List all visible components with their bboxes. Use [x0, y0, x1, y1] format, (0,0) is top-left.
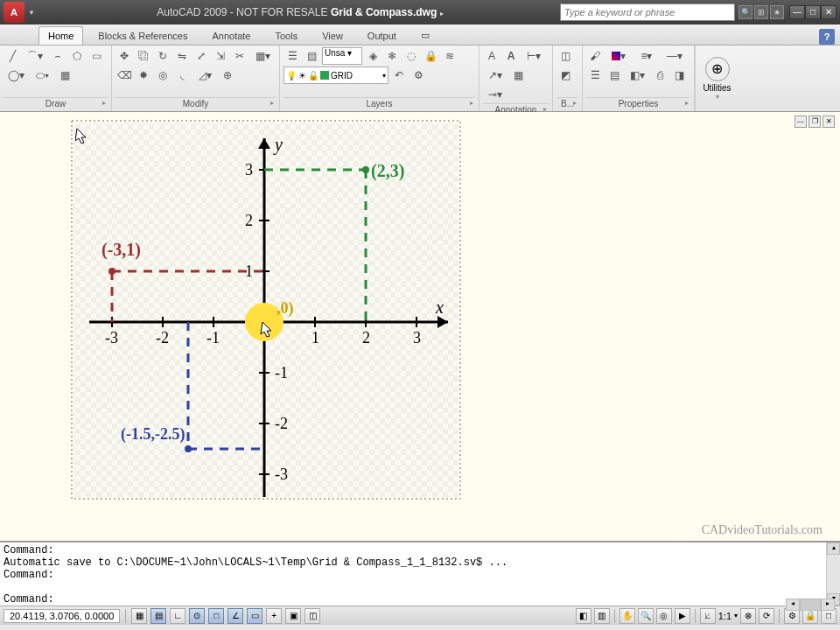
hatch-tool-icon[interactable]: ▦	[56, 66, 74, 84]
rotate-tool-icon[interactable]: ↻	[154, 47, 172, 65]
favorites-icon[interactable]: ★	[770, 5, 784, 19]
dyn-toggle[interactable]: ▭	[247, 608, 262, 624]
scroll-up-icon[interactable]: ▴	[827, 542, 840, 555]
scrollbar-horizontal[interactable]: ◂ ▸	[786, 598, 835, 611]
app-logo[interactable]: A	[4, 2, 24, 23]
scrollbar-vertical[interactable]: ▴ ▾	[826, 542, 840, 606]
qat-dropdown-icon[interactable]: ▼	[28, 9, 35, 17]
fillet-tool-icon[interactable]: ◟	[173, 66, 191, 84]
tab-home[interactable]: Home	[38, 26, 83, 45]
scroll-track[interactable]	[827, 555, 840, 593]
scroll-thumb[interactable]	[800, 598, 821, 611]
table-tool-icon[interactable]: ▦	[509, 66, 527, 84]
chevron-down-icon[interactable]: ▾	[716, 93, 719, 101]
model-toggle[interactable]: ◫	[304, 608, 320, 624]
tab-blocks[interactable]: Blocks & References	[88, 26, 197, 45]
list-icon[interactable]: ☰	[586, 66, 604, 84]
print-icon[interactable]: ⎙	[651, 66, 668, 84]
color-dropdown-icon[interactable]: ▾	[606, 47, 632, 65]
erase-tool-icon[interactable]: ⌫	[116, 66, 133, 84]
layer-iso-icon[interactable]: ◈	[364, 47, 382, 65]
help-search-input[interactable]	[560, 4, 735, 21]
tab-output[interactable]: Output	[358, 26, 406, 45]
copy-tool-icon[interactable]: ⿻	[135, 47, 152, 65]
plotstyle-icon[interactable]: ◧▾	[625, 66, 649, 84]
doc-close-button[interactable]: ✕	[822, 116, 835, 128]
layout-nav-icon[interactable]: ▥	[594, 608, 610, 624]
modelspace-icon[interactable]: ◧	[576, 608, 592, 624]
layer-props-icon[interactable]: ☰	[284, 47, 301, 65]
lwt-toggle[interactable]: +	[266, 608, 282, 624]
showmotion-icon[interactable]: ▶	[675, 608, 690, 624]
lineweight-dropdown-icon[interactable]: ≡▾	[634, 47, 660, 65]
layer-match-icon[interactable]: ≋	[441, 47, 458, 65]
scale-display[interactable]: 1:1	[718, 611, 732, 621]
polyline-tool-icon[interactable]: ⌒▾	[23, 47, 47, 65]
leader-tool-icon[interactable]: ↗▾	[483, 66, 508, 84]
scale-tool-icon[interactable]: ⤢	[192, 47, 210, 65]
annovis-icon[interactable]: ⊗	[740, 608, 756, 624]
panel-title-block[interactable]: B...	[556, 97, 578, 109]
command-text[interactable]: Command: Automatic save to C:\DOCUME~1\J…	[0, 542, 826, 606]
grid-toggle[interactable]: ▤	[150, 608, 166, 624]
panel-title-properties[interactable]: Properties	[586, 97, 690, 109]
array-tool-icon[interactable]: ▦▾	[250, 47, 275, 65]
layer-states-icon[interactable]: ▤	[303, 47, 320, 65]
scroll-left-icon[interactable]: ◂	[786, 598, 800, 611]
dimension-tool-icon[interactable]: ⊢▾	[522, 47, 546, 65]
tab-view[interactable]: View	[312, 26, 353, 45]
zoom-icon[interactable]: 🔍	[638, 608, 654, 624]
layer-tool-icon[interactable]: ⚙	[410, 66, 427, 84]
props-palette-icon[interactable]: ▤	[606, 66, 623, 84]
layer-lock-icon[interactable]: 🔒	[422, 47, 439, 65]
polar-toggle[interactable]: ⊙	[189, 608, 205, 624]
polygon-tool-icon[interactable]: ⬠	[68, 47, 86, 65]
maximize-button[interactable]: □	[805, 5, 821, 19]
snap-toggle[interactable]: ▦	[131, 608, 147, 624]
qp-toggle[interactable]: ▣	[285, 608, 301, 624]
measure-tool-icon[interactable]: ⊕	[705, 57, 730, 81]
insert-block-icon[interactable]: ◫	[556, 47, 574, 65]
stretch-tool-icon[interactable]: ⇲	[212, 47, 229, 65]
search-icon[interactable]: 🔍	[738, 5, 752, 19]
text-tool-icon[interactable]: A	[483, 47, 500, 65]
tab-annotate[interactable]: Annotate	[202, 26, 260, 45]
circle-tool-icon[interactable]: ◯▾	[4, 66, 28, 84]
linetype-dropdown-icon[interactable]: —▾	[662, 47, 688, 65]
close-button[interactable]: ✕	[821, 5, 836, 19]
coordinates-display[interactable]: 20.4119, 3.0706, 0.0000	[4, 609, 120, 623]
panel-title-layers[interactable]: Layers	[284, 97, 475, 109]
minimize-button[interactable]: —	[789, 5, 805, 19]
tab-extra-icon[interactable]: ▭	[411, 25, 439, 45]
layer-prev-icon[interactable]: ↶	[390, 66, 408, 84]
otrack-toggle[interactable]: ∠	[228, 608, 243, 624]
ellipse-tool-icon[interactable]: ⬭▾	[30, 66, 54, 84]
drawing-canvas[interactable]: — ❐ ✕ x y	[0, 112, 840, 541]
line-tool-icon[interactable]: ╱	[4, 47, 21, 65]
arc-tool-icon[interactable]: ⌢	[49, 47, 66, 65]
comm-center-icon[interactable]: ⊞	[754, 5, 768, 19]
layer-off-icon[interactable]: ◌	[402, 47, 420, 65]
osnap-toggle[interactable]: □	[208, 608, 224, 624]
layer-dropdown[interactable]: 💡 ☀ 🔓 GRID ▾	[284, 66, 388, 84]
explode-tool-icon[interactable]: ✸	[135, 66, 152, 84]
scroll-right-icon[interactable]: ▸	[821, 598, 835, 611]
chamfer-tool-icon[interactable]: ◿▾	[192, 66, 217, 84]
trim-tool-icon[interactable]: ✂	[231, 47, 248, 65]
create-block-icon[interactable]: ◩	[556, 66, 574, 84]
move-tool-icon[interactable]: ✥	[116, 47, 133, 65]
mtext-tool-icon[interactable]: A	[502, 47, 520, 65]
rectangle-tool-icon[interactable]: ▭	[88, 47, 105, 65]
tab-tools[interactable]: Tools	[266, 26, 308, 45]
join-tool-icon[interactable]: ⊕	[219, 66, 236, 84]
panel-title-utilities[interactable]: Utilities	[703, 83, 731, 93]
help-icon[interactable]: ?	[819, 29, 835, 45]
panel-title-draw[interactable]: Draw	[4, 97, 108, 109]
mleader-tool-icon[interactable]: ⊸▾	[483, 86, 508, 103]
doc-minimize-button[interactable]: —	[794, 116, 807, 128]
mirror-tool-icon[interactable]: ⇋	[173, 47, 191, 65]
linetype-dropdown[interactable]: Unsa ▾	[322, 47, 362, 65]
doc-restore-button[interactable]: ❐	[808, 116, 821, 128]
ortho-toggle[interactable]: ∟	[170, 608, 186, 624]
annoscale-icon[interactable]: ⟀	[700, 608, 716, 624]
